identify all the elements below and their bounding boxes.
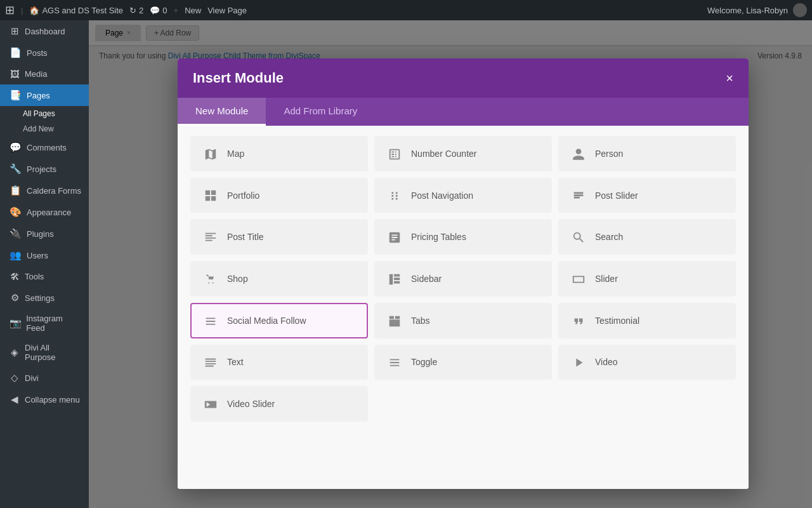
sidebar-item-media[interactable]: 🖼 Media — [0, 64, 89, 84]
sidebar-item-dashboard[interactable]: ⊞ Dashboard — [0, 20, 89, 42]
dashboard-icon: ⊞ — [10, 25, 20, 37]
comments-item[interactable]: 💬 0 — [150, 6, 167, 15]
updates-item[interactable]: ↻ 2 — [129, 6, 143, 15]
sidebar-label-instagram: Instagram Feed — [26, 314, 81, 333]
module-text[interactable]: Text — [190, 345, 368, 380]
avatar — [793, 3, 807, 17]
module-text-label: Text — [227, 357, 244, 367]
sidebar-module-icon — [386, 271, 403, 286]
comment-icon: 💬 — [150, 6, 160, 15]
module-shop[interactable]: Shop — [190, 261, 368, 297]
map-icon — [202, 146, 219, 161]
module-portfolio[interactable]: Portfolio — [190, 178, 368, 213]
main-layout: ⊞ Dashboard 📄 Posts 🖼 Media 📑 Pages All … — [0, 20, 812, 508]
sidebar-item-projects[interactable]: 🔧 Projects — [0, 158, 89, 180]
module-map[interactable]: Map — [190, 136, 368, 171]
module-person[interactable]: Person — [558, 136, 736, 171]
module-video[interactable]: Video — [558, 345, 736, 380]
module-search-label: Search — [595, 232, 623, 242]
sidebar-item-caldera[interactable]: 📋 Caldera Forms — [0, 180, 89, 201]
module-tabs[interactable]: Tabs — [374, 303, 552, 338]
module-video-slider-label: Video Slider — [227, 399, 275, 409]
modal-close-button[interactable]: × — [726, 72, 733, 84]
sidebar-label-pages: Pages — [27, 91, 50, 100]
module-slider[interactable]: Slider — [558, 261, 736, 297]
sidebar-item-posts[interactable]: 📄 Posts — [0, 42, 89, 64]
new-item[interactable]: New — [185, 6, 201, 15]
settings-icon: ⚙ — [10, 292, 20, 304]
module-pricing-tables[interactable]: Pricing Tables — [374, 219, 552, 255]
post-slider-icon — [570, 188, 587, 203]
sidebar-label-comments: Comments — [27, 143, 67, 152]
instagram-icon: 📷 — [10, 318, 21, 329]
module-post-title[interactable]: Post Title — [190, 219, 368, 255]
module-toggle[interactable]: Toggle — [374, 345, 552, 380]
sidebar-item-comments[interactable]: 💬 Comments — [0, 137, 89, 158]
sidebar-item-divi[interactable]: ◇ Divi — [0, 367, 89, 389]
appearance-icon: 🎨 — [10, 206, 22, 218]
module-sidebar-label: Sidebar — [411, 274, 442, 284]
video-slider-icon — [202, 396, 219, 411]
sidebar-sub-all-pages[interactable]: All Pages — [0, 106, 89, 121]
sidebar-label-users: Users — [27, 251, 48, 260]
sidebar-label-projects: Projects — [27, 164, 56, 174]
module-search[interactable]: Search — [558, 219, 736, 255]
sidebar: ⊞ Dashboard 📄 Posts 🖼 Media 📑 Pages All … — [0, 20, 89, 508]
posts-icon: 📄 — [10, 47, 22, 58]
sidebar-item-users[interactable]: 👥 Users — [0, 244, 89, 266]
toggle-icon — [386, 355, 403, 370]
portfolio-icon — [202, 188, 219, 203]
tools-icon: 🛠 — [10, 271, 20, 282]
modal-body[interactable]: Map Number Counter Person — [178, 126, 749, 489]
module-social-media-follow-label: Social Media Follow — [227, 316, 306, 326]
sidebar-item-collapse[interactable]: ◀ Collapse menu — [0, 389, 89, 410]
sidebar-item-appearance[interactable]: 🎨 Appearance — [0, 201, 89, 223]
pages-icon: 📑 — [10, 90, 22, 101]
module-post-title-label: Post Title — [227, 232, 264, 242]
caldera-icon: 📋 — [10, 185, 22, 196]
welcome-text: Welcome, Lisa-Robyn — [707, 6, 788, 15]
module-toggle-label: Toggle — [411, 357, 437, 367]
modal-title: Insert Module — [193, 70, 284, 86]
divi-all-icon: ◈ — [10, 347, 20, 358]
tab-add-from-library[interactable]: Add From Library — [266, 98, 375, 126]
sidebar-item-pages[interactable]: 📑 Pages — [0, 84, 89, 106]
module-video-label: Video — [595, 357, 618, 367]
divi-icon: ◇ — [10, 372, 20, 384]
module-slider-label: Slider — [595, 274, 618, 284]
module-post-navigation-label: Post Navigation — [411, 190, 473, 201]
module-shop-label: Shop — [227, 274, 248, 284]
plugins-icon: 🔌 — [10, 228, 22, 239]
content-area: Page × + Add Row Insert Module × New Mod… — [89, 20, 812, 508]
sidebar-sub-add-new[interactable]: Add New — [0, 121, 89, 137]
tabs-icon — [386, 313, 403, 328]
sidebar-item-instagram[interactable]: 📷 Instagram Feed — [0, 309, 89, 338]
module-post-slider[interactable]: Post Slider — [558, 178, 736, 213]
module-testimonial[interactable]: Testimonial — [558, 303, 736, 338]
module-social-media-follow[interactable]: Social Media Follow — [190, 303, 368, 338]
users-icon: 👥 — [10, 250, 22, 261]
number-counter-icon — [386, 146, 403, 161]
admin-bar: ⊞ | 🏠 AGS and DS Test Site ↻ 2 💬 0 + New… — [0, 0, 812, 20]
module-post-navigation[interactable]: Post Navigation — [374, 178, 552, 213]
video-icon — [570, 355, 587, 370]
sidebar-label-media: Media — [25, 69, 47, 79]
social-media-follow-icon — [202, 313, 219, 328]
module-number-counter[interactable]: Number Counter — [374, 136, 552, 171]
sidebar-item-plugins[interactable]: 🔌 Plugins — [0, 223, 89, 244]
collapse-icon: ◀ — [10, 394, 20, 405]
post-navigation-icon — [386, 188, 403, 203]
sidebar-item-settings[interactable]: ⚙ Settings — [0, 287, 89, 309]
sidebar-label-tools: Tools — [25, 272, 44, 281]
sidebar-item-divi-all[interactable]: ◈ Divi All Purpose — [0, 338, 89, 367]
sidebar-label-plugins: Plugins — [27, 229, 54, 239]
sidebar-label-dashboard: Dashboard — [25, 27, 65, 36]
view-page-item[interactable]: View Page — [207, 6, 247, 15]
module-video-slider[interactable]: Video Slider — [190, 386, 368, 422]
site-name[interactable]: 🏠 AGS and DS Test Site — [29, 6, 123, 15]
tab-new-module[interactable]: New Module — [178, 98, 266, 126]
shop-icon — [202, 271, 219, 286]
module-sidebar[interactable]: Sidebar — [374, 261, 552, 297]
sidebar-item-tools[interactable]: 🛠 Tools — [0, 266, 89, 287]
modal-header: Insert Module × — [178, 58, 749, 98]
